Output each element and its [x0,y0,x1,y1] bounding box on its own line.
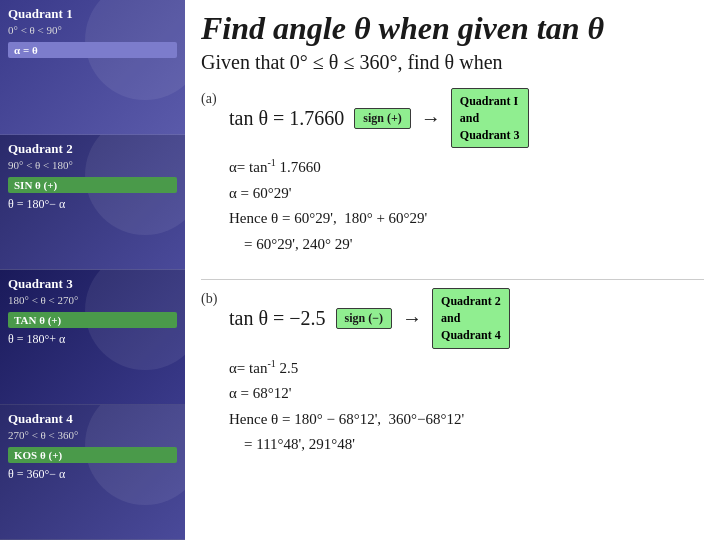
part-a-tan-expr: tan θ = 1.7660 [229,107,344,130]
part-b-tan-line: tan θ = −2.5 sign (−) → Quadrant 2andQua… [229,288,704,348]
page-title: Find angle θ when given tan θ [201,10,704,47]
quadrant-1-badge: α = θ [8,42,177,58]
quadrant-4-block: Quadrant 4 270° < θ < 360° KOS θ (+) θ =… [0,405,185,540]
part-b-solution: α= tan-1 2.5 α = 68°12' Hence θ = 180° −… [229,355,704,458]
quadrant-1-range: 0° < θ < 90° [0,24,185,40]
part-b-label: (b) [201,288,229,307]
quadrant-4-title: Quadrant 4 [0,405,185,429]
quadrant-2-title: Quadrant 2 [0,135,185,159]
quadrant-4-range: 270° < θ < 360° [0,429,185,445]
part-a-quadrant-info: Quadrant IandQuadrant 3 [451,88,529,148]
quadrant-4-badge: KOS θ (+) [8,447,177,463]
quadrant-2-range: 90° < θ < 180° [0,159,185,175]
part-a-solution: α= tan-1 1.7660 α = 60°29' Hence θ = 60°… [229,154,704,257]
part-a-sign-badge: sign (+) [354,108,411,129]
quadrant-3-title: Quadrant 3 [0,270,185,294]
part-a-tan-line: tan θ = 1.7660 sign (+) → Quadrant IandQ… [229,88,704,148]
sidebar: Quadrant 1 0° < θ < 90° α = θ Quadrant 2… [0,0,185,540]
part-a-arrow: → [421,107,441,130]
part-b-tan-expr: tan θ = −2.5 [229,307,326,330]
quadrant-3-eq: θ = 180°+ α [0,330,185,351]
part-b-quadrant-info: Quadrant 2andQuadrant 4 [432,288,510,348]
part-b-body: tan θ = −2.5 sign (−) → Quadrant 2andQua… [229,288,704,457]
quadrant-2-badge: SIN θ (+) [8,177,177,193]
quadrant-3-range: 180° < θ < 270° [0,294,185,310]
quadrant-4-eq: θ = 360°− α [0,465,185,486]
quadrant-1-block: Quadrant 1 0° < θ < 90° α = θ [0,0,185,135]
part-a-body: tan θ = 1.7660 sign (+) → Quadrant IandQ… [229,88,704,257]
part-b-sign-badge: sign (−) [336,308,393,329]
part-b-row: (b) tan θ = −2.5 sign (−) → Quadrant 2an… [201,288,704,457]
main-panel: Find angle θ when given tan θ Given that… [185,0,720,540]
part-a-label: (a) [201,88,229,107]
quadrant-2-block: Quadrant 2 90° < θ < 180° SIN θ (+) θ = … [0,135,185,270]
divider [201,279,704,280]
part-a-row: (a) tan θ = 1.7660 sign (+) → Quadrant I… [201,88,704,257]
subtitle: Given that 0° ≤ θ ≤ 360°, find θ when [201,51,704,74]
quadrant-3-badge: TAN θ (+) [8,312,177,328]
part-b-arrow: → [402,307,422,330]
quadrant-2-eq: θ = 180°− α [0,195,185,216]
quadrant-3-block: Quadrant 3 180° < θ < 270° TAN θ (+) θ =… [0,270,185,405]
quadrant-1-title: Quadrant 1 [0,0,185,24]
